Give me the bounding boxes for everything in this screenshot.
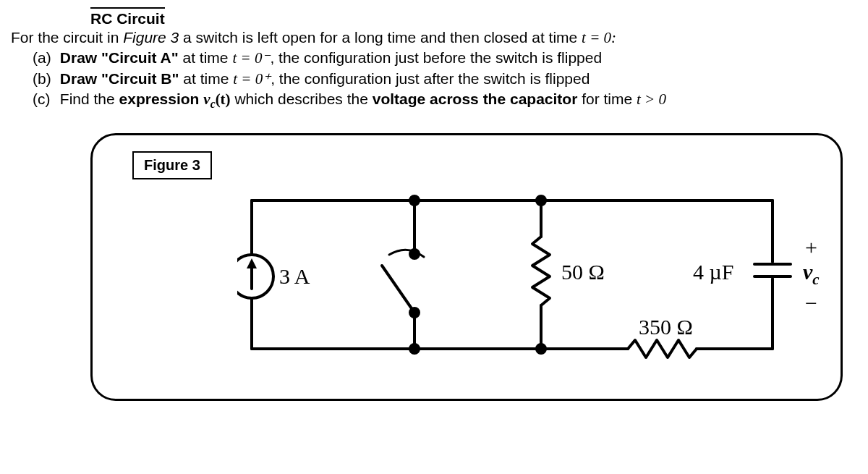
part-b-eq: t = 0⁺ xyxy=(233,70,271,88)
part-c-tail: for time xyxy=(577,90,637,107)
part-b-mid: at time xyxy=(179,70,233,87)
r1-label: 50 Ω xyxy=(561,260,605,284)
part-b-bold: Draw "Circuit B" xyxy=(60,70,179,87)
part-c-pre: Find the xyxy=(60,90,119,107)
figure-frame: Figure 3 xyxy=(90,133,843,401)
part-c-eq3: t > 0 xyxy=(637,90,666,108)
cap-label: 4 µF xyxy=(693,260,733,284)
intro-prefix: For the circuit in xyxy=(11,29,123,46)
part-a-tail: , the configuration just before the swit… xyxy=(270,49,602,66)
part-b: (b) Draw "Circuit B" at time t = 0⁺, the… xyxy=(33,69,857,89)
part-c-bold1: expression xyxy=(119,90,204,107)
intro-figure-ref: Figure 3 xyxy=(123,29,179,46)
part-a-label: (a) xyxy=(33,48,56,68)
part-b-tail: , the configuration just after the switc… xyxy=(271,70,590,87)
part-c-mid: which describes the xyxy=(231,90,373,107)
part-a-eq: t = 0⁻ xyxy=(232,49,270,67)
intro-line: For the circuit in Figure 3 a switch is … xyxy=(11,27,857,48)
intro-eq: t = 0: xyxy=(582,29,616,46)
part-c-eq: v xyxy=(203,90,210,108)
source-label: 3 A xyxy=(279,264,310,289)
intro-suffix: a switch is left open for a long time an… xyxy=(179,29,582,46)
circuit-diagram: 3 A 50 Ω 350 Ω 4 µF + vc − xyxy=(237,179,830,389)
part-a: (a) Draw "Circuit A" at time t = 0⁻, the… xyxy=(33,48,857,68)
part-b-label: (b) xyxy=(33,69,56,89)
vc-v: v xyxy=(803,260,812,284)
part-a-bold: Draw "Circuit A" xyxy=(60,49,179,66)
circuit-svg xyxy=(237,179,830,389)
svg-line-12 xyxy=(382,266,414,313)
part-c-eq2: (t) xyxy=(216,90,231,108)
figure-label: Figure 3 xyxy=(132,151,212,179)
part-c-sub: c xyxy=(210,98,216,110)
title: RC Circuit xyxy=(90,7,165,27)
vc-minus: − xyxy=(805,291,817,316)
vc-sub: c xyxy=(812,271,819,288)
part-c-bold2: voltage across the capacitor xyxy=(373,90,578,107)
svg-point-1 xyxy=(237,255,273,298)
title-row: RC Circuit xyxy=(11,7,857,27)
vc-plus: + xyxy=(805,235,817,260)
part-c: (c) Find the expression vc(t) which desc… xyxy=(33,89,857,111)
part-c-label: (c) xyxy=(33,89,56,109)
part-a-mid: at time xyxy=(179,49,233,66)
vc-symbol: vc xyxy=(803,260,820,289)
r2-label: 350 Ω xyxy=(639,315,693,339)
